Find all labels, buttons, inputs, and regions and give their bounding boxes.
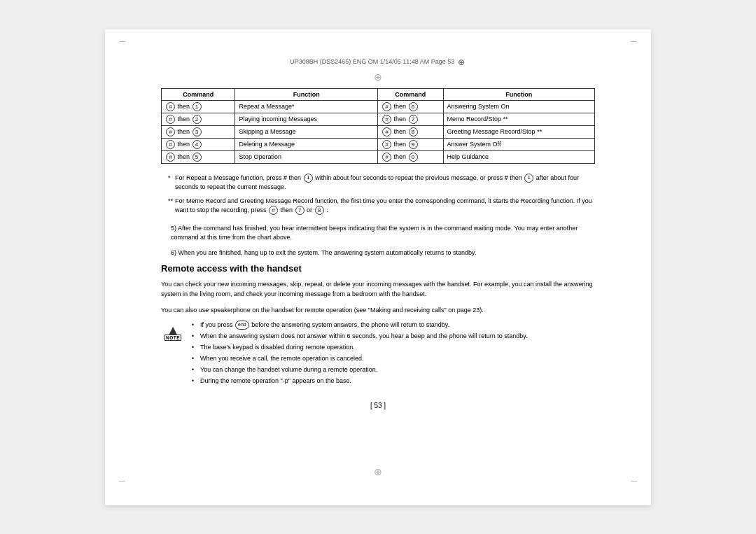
cmd-cell: # then 7 bbox=[378, 113, 443, 125]
func-cell: Playing incoming Messages bbox=[235, 113, 378, 125]
num-0: 0 bbox=[409, 153, 418, 162]
func-cell: Answering System On bbox=[443, 100, 594, 113]
hash-key: # bbox=[166, 140, 175, 149]
page-header: UP308BH (DSS2465) ENG OM 1/14/05 11:48 A… bbox=[161, 57, 595, 67]
table-row: # then 8 Greeting Message Record/Stop ** bbox=[378, 125, 595, 138]
num-7: 7 bbox=[409, 115, 418, 124]
note2-num8: 8 bbox=[315, 206, 324, 215]
cmd-cell: # then 9 bbox=[378, 138, 443, 150]
section-title: Remote access with the handset bbox=[161, 263, 595, 274]
note2-num7: 7 bbox=[295, 206, 304, 215]
note-1: For Repeat a Message function, press # t… bbox=[168, 174, 595, 192]
func-cell: Skipping a Message bbox=[235, 125, 378, 138]
corner-mark-tl: — bbox=[119, 38, 125, 45]
note-2: For Memo Record and Greeting Message Rec… bbox=[168, 197, 595, 216]
hash-key: # bbox=[382, 115, 391, 124]
func-cell: Memo Record/Stop ** bbox=[443, 113, 594, 125]
cmd-cell: # then 2 bbox=[162, 113, 235, 125]
hash-key: # bbox=[382, 127, 391, 136]
bullet-item-1: If you press end before the answering sy… bbox=[192, 321, 528, 330]
cmd-cell: # then 8 bbox=[378, 125, 443, 138]
notes-section: For Repeat a Message function, press # t… bbox=[161, 174, 595, 216]
num-1: 1 bbox=[192, 102, 202, 111]
func-cell: Answer System Off bbox=[443, 138, 594, 150]
num-5: 5 bbox=[192, 153, 202, 162]
table-row: # then 0 Help Guidance bbox=[378, 150, 595, 163]
page-number: [ 53 ] bbox=[161, 402, 595, 409]
table-row: # then 9 Answer System Off bbox=[378, 138, 595, 150]
hash-key: # bbox=[166, 102, 175, 111]
step-6: 6) When you are finished, hang up to exi… bbox=[161, 248, 595, 258]
func-cell: Stop Operation bbox=[235, 150, 378, 163]
bullet-section: ▲ NOTE If you press end before the answe… bbox=[161, 321, 595, 388]
table-row: # then 4 Deleting a Message bbox=[162, 138, 378, 150]
cmd-cell: # then 0 bbox=[378, 150, 443, 163]
note1-num1b: 1 bbox=[524, 174, 533, 183]
table-row: # then 7 Memo Record/Stop ** bbox=[378, 113, 595, 125]
hash-key: # bbox=[382, 102, 391, 111]
note-label: NOTE bbox=[164, 335, 181, 341]
table-row: # then 5 Stop Operation bbox=[162, 150, 378, 163]
func-cell: Repeat a Message* bbox=[235, 100, 378, 113]
func-cell: Greeting Message Record/Stop ** bbox=[443, 125, 594, 138]
bullet-item-6: During the remote operation "-p" appears… bbox=[192, 377, 528, 386]
hash-key: # bbox=[166, 115, 175, 124]
hash-key: # bbox=[166, 127, 175, 136]
col-function-left: Function bbox=[235, 88, 378, 100]
section-body-1: You can check your new incoming messages… bbox=[161, 279, 595, 300]
table-row: # then 3 Skipping a Message bbox=[162, 125, 378, 138]
num-3: 3 bbox=[192, 127, 202, 136]
func-cell: Help Guidance bbox=[443, 150, 594, 163]
num-4: 4 bbox=[192, 140, 202, 149]
header-text: UP308BH (DSS2465) ENG OM 1/14/05 11:48 A… bbox=[290, 58, 454, 65]
hash-key: # bbox=[382, 140, 391, 149]
cmd-cell: # then 3 bbox=[162, 125, 235, 138]
crosshair-icon bbox=[456, 57, 466, 67]
step-5: 5) After the command has finished, you h… bbox=[161, 224, 595, 243]
table-row: # then 6 Answering System On bbox=[378, 100, 595, 113]
col-command-left: Command bbox=[162, 88, 235, 100]
func-cell: Deleting a Message bbox=[235, 138, 378, 150]
bullet-item-5: You can change the handset volume during… bbox=[192, 365, 528, 375]
center-bottom-mark: ⊕ bbox=[374, 466, 382, 477]
cmd-cell: # then 6 bbox=[378, 100, 443, 113]
cmd-cell: # then 5 bbox=[162, 150, 235, 163]
num-8: 8 bbox=[409, 127, 418, 136]
table-row: # then 1 Repeat a Message* bbox=[162, 100, 378, 113]
end-key: end bbox=[235, 321, 249, 330]
note2-hash: # bbox=[269, 206, 278, 215]
hash-key: # bbox=[382, 153, 391, 162]
document-page: — — — — UP308BH (DSS2465) ENG OM 1/14/05… bbox=[105, 29, 651, 505]
corner-mark-tr: — bbox=[631, 38, 637, 45]
cmd-cell: # then 1 bbox=[162, 100, 235, 113]
right-table: Command Function # then 6 Answering Syst… bbox=[378, 88, 595, 164]
bullet-list: If you press end before the answering sy… bbox=[192, 321, 528, 388]
section-body-2: You can also use speakerphone on the han… bbox=[161, 305, 595, 315]
corner-mark-bl: — bbox=[119, 477, 125, 484]
col-command-right: Command bbox=[378, 88, 443, 100]
table-row: # then 2 Playing incoming Messages bbox=[162, 113, 378, 125]
col-function-right: Function bbox=[443, 88, 594, 100]
bullet-item-3: The base's keypad is disabled during rem… bbox=[192, 343, 528, 353]
bullet-item-2: When the answering system does not answe… bbox=[192, 332, 528, 342]
center-top-mark: ⊕ bbox=[374, 71, 382, 83]
num-9: 9 bbox=[409, 140, 418, 149]
hash-key: # bbox=[166, 153, 175, 162]
cmd-cell: # then 4 bbox=[162, 138, 235, 150]
num-6: 6 bbox=[409, 102, 418, 111]
num-2: 2 bbox=[192, 115, 202, 124]
left-table: Command Function # then 1 Repeat a Messa… bbox=[161, 88, 378, 164]
command-table-wrapper: Command Function # then 1 Repeat a Messa… bbox=[161, 88, 595, 164]
note1-num1: 1 bbox=[304, 174, 313, 183]
corner-mark-br: — bbox=[631, 477, 637, 484]
bullet-item-4: When you receive a call, the remote oper… bbox=[192, 354, 528, 364]
